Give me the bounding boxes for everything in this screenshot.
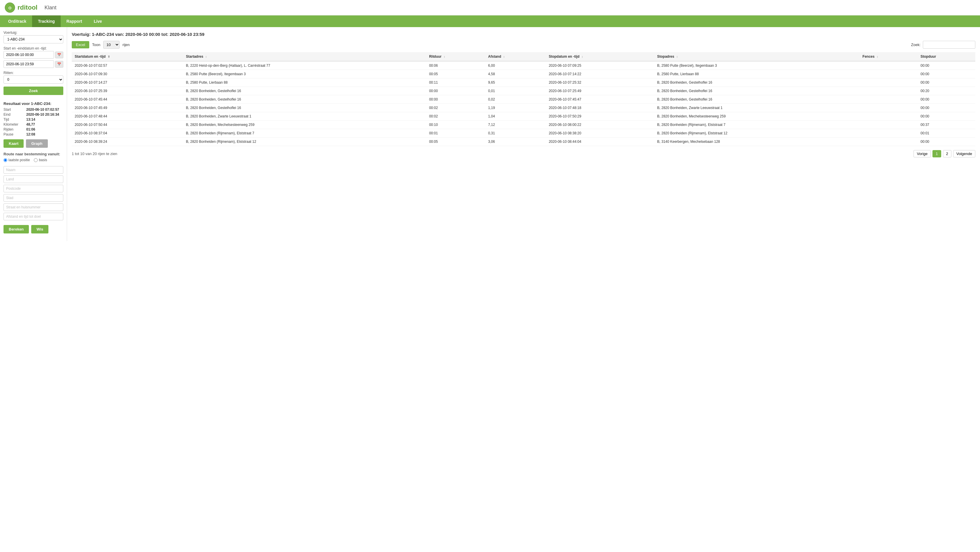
page-title: Klant	[45, 5, 56, 11]
main-layout: Voertuig: 1-ABC-234 Start en -einddatum …	[0, 27, 980, 241]
logo-icon: O	[5, 2, 15, 13]
toon-select[interactable]: 5 10 25 50 100	[103, 41, 119, 49]
col-afstand[interactable]: Afstand ↕	[485, 52, 546, 61]
col-ritduur[interactable]: Ritduur ↕	[426, 52, 485, 61]
cell-fences-0	[859, 61, 918, 70]
excel-button[interactable]: Excel	[72, 41, 89, 48]
cell-stopduur-6: 00:00	[918, 112, 975, 121]
svg-text:O: O	[8, 6, 11, 10]
radio-row: laatste positie basis	[3, 158, 63, 164]
start-date-input[interactable]	[3, 51, 54, 59]
result-rijden-val: 01:06	[26, 127, 35, 132]
cell-afstand-5: 1,19	[485, 104, 546, 112]
cell-fences-4	[859, 95, 918, 104]
cell-startdatum-2: 2020-06-10 07:14:27	[72, 78, 183, 87]
cell-fences-8	[859, 129, 918, 138]
result-start-key: Start	[3, 108, 24, 112]
search-label: Zoek:	[911, 43, 921, 47]
nav-item-live[interactable]: Live	[88, 16, 108, 27]
afstand-input[interactable]	[3, 213, 63, 220]
search-section: Zoek:	[911, 41, 975, 49]
cell-afstand-0: 6,00	[485, 61, 546, 70]
end-cal-btn[interactable]: 📅	[55, 61, 63, 68]
sidebar: Voertuig: 1-ABC-234 Start en -einddatum …	[0, 27, 67, 241]
page-btn-2[interactable]: 2	[943, 150, 951, 157]
result-section: Resultaat voor 1-ABC-234: Start 2020-06-…	[3, 102, 63, 136]
col-startadres[interactable]: Startadres ↕	[183, 52, 426, 61]
cell-ritduur-0: 00:06	[426, 61, 485, 70]
voertuig-label: Voertuig:	[3, 30, 63, 35]
cell-stopdatum-4: 2020-06-10 07:45:47	[546, 95, 654, 104]
content-area: Voertuig: 1-ABC-234 van: 2020-06-10 00:0…	[67, 27, 980, 241]
cell-startadres-3: B, 2820 Bonheiden, Gestelhoflei 16	[183, 87, 426, 95]
pagination: 1 tot 10 van 20 rijen te zien Vorige 1 2…	[72, 150, 975, 157]
cell-stopduur-9: 00:00	[918, 138, 975, 146]
cell-afstand-1: 4,58	[485, 70, 546, 78]
sort-icon-stopdatum: ↕	[582, 55, 583, 58]
table-row: 2020-06-10 08:39:24 B, 2820 Bonheiden (R…	[72, 138, 975, 146]
cell-startadres-5: B, 2820 Bonheiden, Gestelhoflei 16	[183, 104, 426, 112]
result-start: Start 2020-06-10 07:02:57	[3, 108, 63, 112]
cell-stopadres-3: B, 2820 Bonheiden, Gestelhoflei 16	[654, 87, 859, 95]
cell-fences-1	[859, 70, 918, 78]
prev-page-btn[interactable]: Vorige	[913, 150, 931, 157]
table-row: 2020-06-10 08:37:04 B, 2820 Bonheiden (R…	[72, 129, 975, 138]
rijen-label: rijen	[123, 43, 130, 47]
result-title: Resultaat voor 1-ABC-234:	[3, 102, 63, 106]
land-input[interactable]	[3, 176, 63, 183]
col-fences[interactable]: Fences ↕	[859, 52, 918, 61]
straat-input[interactable]	[3, 203, 63, 211]
radio-latest-text: laatste positie	[8, 158, 30, 162]
cell-stopadres-7: B, 2820 Bonheiden (Rijmenam), Elststraat…	[654, 121, 859, 129]
radio-latest[interactable]	[3, 158, 7, 162]
content-title: Voertuig: 1-ABC-234 van: 2020-06-10 00:0…	[72, 32, 975, 37]
kaart-button[interactable]: Kaart	[3, 139, 24, 148]
cell-startadres-7: B, 2820 Bonheiden, Mechelsesteenweg 259	[183, 121, 426, 129]
end-date-input[interactable]	[3, 60, 54, 68]
cell-startdatum-3: 2020-06-10 07:25:39	[72, 87, 183, 95]
start-cal-btn[interactable]: 📅	[55, 52, 63, 58]
end-date-row: 📅	[3, 60, 63, 68]
cell-startdatum-4: 2020-06-10 07:45:44	[72, 95, 183, 104]
result-pause: Pause 12:08	[3, 132, 63, 136]
cell-stopdatum-8: 2020-06-10 08:38:20	[546, 129, 654, 138]
cell-stopduur-8: 00:01	[918, 129, 975, 138]
radio-basis[interactable]	[34, 158, 38, 162]
bereken-button[interactable]: Bereken	[3, 225, 29, 233]
cell-startdatum-6: 2020-06-10 07:48:44	[72, 112, 183, 121]
nav-item-tracking[interactable]: Tracking	[32, 16, 60, 27]
table-row: 2020-06-10 07:02:57 B, 2220 Heist-op-den…	[72, 61, 975, 70]
next-page-btn[interactable]: Volgende	[953, 150, 975, 157]
voertuig-section: Voertuig: 1-ABC-234	[3, 30, 63, 43]
cell-stopdatum-6: 2020-06-10 07:50:29	[546, 112, 654, 121]
voertuig-select[interactable]: 1-ABC-234	[3, 35, 63, 43]
result-eind-key: Eind	[3, 113, 24, 117]
search-input[interactable]	[923, 41, 975, 49]
postcode-input[interactable]	[3, 185, 63, 192]
cell-stopadres-9: B, 3140 Keerbergen, Mechelsebaan 128	[654, 138, 859, 146]
col-stopduur[interactable]: Stopduur	[918, 52, 975, 61]
nav-item-orditrack[interactable]: Orditrack	[2, 16, 32, 27]
stad-input[interactable]	[3, 194, 63, 202]
radio-basis-text: basis	[39, 158, 47, 162]
cell-stopduur-3: 00:20	[918, 87, 975, 95]
result-rijden: Rijden 01:06	[3, 127, 63, 132]
radio-latest-label[interactable]: laatste positie	[3, 158, 30, 162]
naam-input[interactable]	[3, 166, 63, 174]
sort-icon-afstand: ↕	[503, 55, 505, 58]
cell-afstand-2: 9,65	[485, 78, 546, 87]
wis-button[interactable]: Wis	[31, 225, 48, 233]
cell-afstand-8: 0,31	[485, 129, 546, 138]
graph-button[interactable]: Graph	[26, 139, 48, 148]
col-startdatum[interactable]: Startdatum en -tijd ⬆	[72, 52, 183, 61]
nav-item-rapport[interactable]: Rapport	[60, 16, 88, 27]
cell-stopduur-0: 00:00	[918, 61, 975, 70]
ritten-select[interactable]: 0	[3, 76, 63, 84]
page-btn-1[interactable]: 1	[932, 150, 941, 157]
col-stopdatum[interactable]: Stopdatum en -tijd ↕	[546, 52, 654, 61]
radio-basis-label[interactable]: basis	[34, 158, 47, 162]
col-stopadres[interactable]: Stopadres ↕	[654, 52, 859, 61]
cell-startadres-1: B, 2580 Putte (Beerzel), Itegembaan 3	[183, 70, 426, 78]
zoek-button[interactable]: Zoek	[3, 87, 63, 95]
cell-startdatum-5: 2020-06-10 07:45:49	[72, 104, 183, 112]
